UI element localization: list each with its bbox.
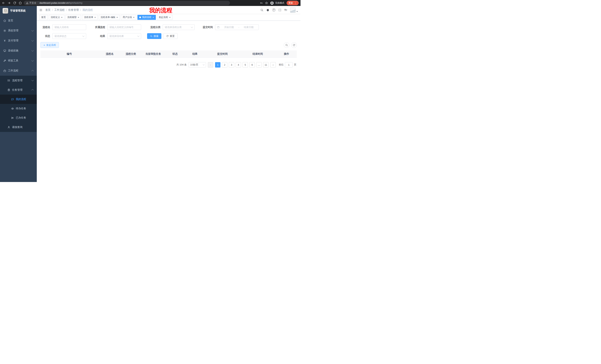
chevron-up-icon [31,70,34,72]
key-icon[interactable] [260,1,263,4]
page-ellipsis[interactable]: … [256,62,262,67]
close-icon[interactable]: × [152,16,154,19]
status-select[interactable]: 请选择状态 [52,33,86,39]
logo-avatar [3,8,8,14]
font-size-icon[interactable]: TT [284,8,287,11]
sidebar-item-payment[interactable]: ¥ 支付管理 [0,36,37,46]
sidebar-item-system[interactable]: 系统管理 [0,26,37,36]
browser-menu-icon[interactable]: ⋮ [294,2,297,4]
clipboard-icon [7,88,10,91]
tab-item[interactable]: 用户分组× [121,15,137,20]
tags-view: 首页流程定义×流程模型×流程表单×流程表单-编辑×用户分组×我的流程×发起流程× [37,14,300,21]
fullscreen-icon[interactable] [278,9,281,11]
page-button[interactable]: 3 [229,62,234,67]
sidebar-item-done-tasks[interactable]: 已办任务 [0,113,37,123]
sidebar-item-todo-tasks[interactable]: 待办任务 [0,104,37,113]
tab-item[interactable]: 首页 [39,15,48,20]
table-refresh-button[interactable] [291,42,297,48]
close-icon[interactable]: × [78,16,79,19]
page-button[interactable]: 6 [250,62,255,67]
result-select[interactable]: 请选择流结果 [107,33,141,39]
page-button[interactable]: 4 [236,62,241,67]
close-icon[interactable]: × [169,16,171,19]
submit-time-range-picker[interactable]: 开始日期 - 结束日期 [215,24,259,30]
sidebar-item-process-mgmt[interactable]: 流程管理 [0,76,37,85]
process-name-input[interactable] [52,24,86,30]
sidebar-toggle-icon[interactable] [39,9,42,11]
help-icon[interactable]: ? [272,8,275,11]
close-icon[interactable]: × [94,16,96,19]
incognito-label: 无痕模式 [275,1,284,5]
category-select[interactable]: 请选择流程分类 [163,24,195,30]
avatar[interactable] [290,7,296,13]
parent-process-label: 所属流程 [92,26,105,29]
breadcrumb-item[interactable]: 首页 [45,8,50,12]
sidebar-item-devtools[interactable]: 研发工具 [0,56,37,66]
column-header: 结束时间 [239,50,276,57]
tab-item[interactable]: 流程定义× [49,15,64,20]
forward-icon[interactable] [7,1,11,5]
sidebar-item-workflow[interactable]: 工作流程 [0,66,37,76]
breadcrumb: 首页/ 工作流程/ 任务管理/ 我的流程 [45,8,93,12]
close-icon[interactable]: × [133,16,135,19]
tab-label: 流程表单 [84,16,93,19]
search-icon [285,44,288,46]
scissors-icon [11,116,14,119]
page-button[interactable]: 2 [222,62,227,67]
breadcrumb-item[interactable]: 任务管理 [68,8,79,12]
sidebar-item-task-mgmt[interactable]: 任务管理 [0,85,37,95]
page-button[interactable]: 5 [242,62,248,67]
page-button[interactable]: 11 [263,62,269,67]
process-name-label: 流程名 [40,26,50,29]
tab-item[interactable]: 发起流程× [157,15,172,20]
reset-button[interactable]: 重置 [163,33,178,39]
security-indicator[interactable]: 不安全 [26,1,36,5]
back-icon[interactable] [2,1,5,5]
reload-icon[interactable] [13,1,16,5]
sidebar-item-label: 已办任务 [16,116,26,119]
tab-label: 我的流程 [142,16,151,19]
sidebar-item-home[interactable]: 首页 [0,16,37,26]
tab-item[interactable]: 我的流程× [137,15,156,20]
sidebar-item-leave-query[interactable]: 请假查询 [0,123,37,132]
create-process-button[interactable]: + 发起流程 [40,42,59,48]
column-header: 编号 [40,50,98,57]
parent-process-input[interactable] [107,24,141,30]
page-size-select[interactable]: 10条/页 [189,62,206,67]
page-buttons: 123456…11 [215,62,269,67]
prev-page-button[interactable]: ‹ [208,62,213,67]
address-bar[interactable]: 不安全 dashboard.yudao.iocoder.cn/bpm/task/… [24,1,230,5]
update-button[interactable]: 更新 ⋮ [287,1,299,5]
chevron-down-icon [31,39,34,42]
sidebar: 芋道管理系统 首页 系统管理 ¥ 支付管理 基础设施 [0,6,37,182]
sidebar-item-infra[interactable]: 基础设施 [0,46,37,56]
column-header: 当前审批任务 [140,50,166,57]
next-page-button[interactable]: › [270,62,276,67]
home-icon[interactable] [19,1,22,5]
logo[interactable]: 芋道管理系统 [0,6,37,16]
bookmark-star-icon[interactable] [265,1,268,4]
header: 首页/ 工作流程/ 任务管理/ 我的流程 我的流程 ? TT [37,6,300,14]
tab-item[interactable]: 流程表单× [82,15,98,20]
user-menu[interactable] [290,7,298,13]
breadcrumb-item[interactable]: 工作流程 [54,8,65,12]
sidebar-item-my-process[interactable]: 我的流程 [0,95,37,104]
chat-icon [11,98,14,101]
search-button[interactable]: 搜索 [147,33,161,39]
tab-item[interactable]: 流程模型× [66,15,81,20]
page-button[interactable]: 1 [215,62,220,67]
browser-nav [2,1,22,5]
github-icon[interactable] [266,9,269,11]
close-icon[interactable]: × [61,16,63,19]
chevron-down-icon [31,79,34,81]
browser-chrome: 不安全 dashboard.yudao.iocoder.cn/bpm/task/… [0,0,300,6]
search-icon[interactable] [260,9,263,11]
goto-page-input[interactable] [285,62,293,67]
tab-item[interactable]: 流程表单-编辑× [99,15,120,20]
table-header-row: 编号 流程名 流程分类 当前审批任务 状态 结果 提交时间 结束时间 操作 [40,50,297,57]
close-icon[interactable]: × [116,16,118,19]
sidebar-item-label: 工作流程 [8,69,18,72]
column-header: 流程分类 [121,50,140,57]
table-search-button[interactable] [284,42,289,48]
search-button-label: 搜索 [154,35,159,38]
